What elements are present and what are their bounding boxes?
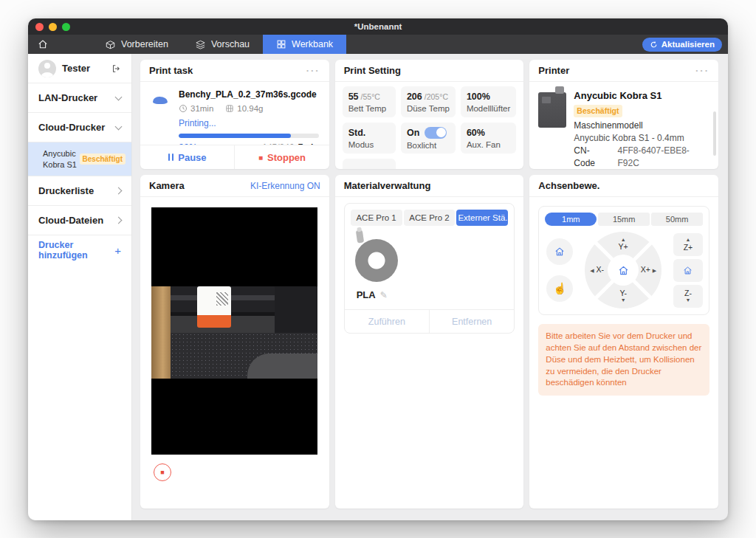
arrow-down-icon: ▼ [686,297,691,303]
axis-card: 1mm 15mm 50mm ☝ [538,206,709,315]
arrow-up-icon: ▲ [686,237,691,243]
tab-home[interactable] [28,35,58,54]
record-stop-button[interactable]: ■ [154,463,171,481]
setting-model-fan[interactable]: 100% Modelllüfter [461,86,516,117]
material-panel: Materialverwaltung ACE Pro 1 ACE Pro 2 E… [335,175,524,508]
y-plus-button[interactable]: ▲Y+ [619,237,628,251]
x-plus-button[interactable]: X+ ▶ [641,266,656,275]
filament-spool-icon[interactable] [355,239,398,282]
scrollbar[interactable] [713,111,716,156]
setting-speed[interactable]: Geschw. [343,159,396,169]
feed-button[interactable]: Zuführen [345,310,430,333]
print-status: Printing... [179,118,319,128]
step-50mm[interactable]: 50mm [651,213,703,226]
time-remaining: 7min [298,142,319,145]
setting-box-light[interactable]: On Boxlicht [401,123,456,154]
tab-vorschau[interactable]: Vorschau [182,35,263,54]
stop-button[interactable]: ■ Stoppen [235,145,329,169]
setting-aux-fan[interactable]: 60% Aux. Fan [461,123,516,154]
more-menu-icon[interactable]: ··· [695,65,709,76]
layer-progress: 145/240 [262,142,294,145]
home-icon [682,265,693,276]
filament-weight-icon [225,104,234,113]
setting-nozzle-temp[interactable]: 206/205°C Düse Temp [401,86,456,117]
plus-icon: + [114,244,121,257]
home-all-button[interactable] [546,238,573,265]
xy-dpad: ▲Y+ ◀ X- X+ ▶ Y-▼ [585,232,662,308]
main-tabbar: Vorbereiten Vorschau Werkbank Aktualisie… [28,35,728,54]
logout-icon[interactable] [111,63,121,74]
tab-ace-pro-2[interactable]: ACE Pro 2 [404,210,456,226]
axis-panel: Achsenbewe. 1mm 15mm 50mm [529,175,718,508]
tab-ace-pro-1[interactable]: ACE Pro 1 [351,210,402,226]
panel-title: Printer [538,65,569,76]
workbench-grid: Print task ··· Benchy_PLA_0.2_37m36s.gco… [132,54,728,520]
tab-label: Vorschau [211,39,250,49]
printer-name: Anycubic Kobra S1 [574,89,709,103]
progress-percent: 80% [179,142,197,145]
setting-bed-temp[interactable]: 55/55°C Bett Temp [343,86,396,117]
boxlight-toggle[interactable] [425,127,447,139]
sidebar-item-lan-drucker[interactable]: LAN-Drucker [28,83,131,113]
chevron-down-icon [115,93,123,100]
home-z-button[interactable] [673,259,703,282]
material-weight: 10.94g [237,104,263,113]
more-menu-icon[interactable]: ··· [306,65,320,76]
tab-label: Werkbank [292,39,333,49]
pause-button[interactable]: Pause [140,145,235,169]
printer-image [538,92,566,128]
step-15mm[interactable]: 15mm [598,213,650,226]
tab-external-spool[interactable]: Externer Stä... [456,210,508,226]
collision-warning: Bitte arbeiten Sie vor dem Drucker und a… [538,324,709,396]
print-task-panel: Print task ··· Benchy_PLA_0.2_37m36s.gco… [140,60,329,169]
camera-panel: Kamera KI-Erkennung ON [140,175,329,508]
home-xy-button[interactable] [608,255,639,286]
filament-type: PLA [357,289,376,300]
window-title: *Unbenannt [28,22,728,31]
sidebar-selected-printer[interactable]: Anycubic Kobra S1 Beschäftigt [28,142,131,176]
panel-title: Kamera [149,180,185,191]
tab-label: Vorbereiten [121,39,168,49]
print-progress-fill [179,134,291,138]
tab-vorbereiten[interactable]: Vorbereiten [92,35,182,54]
chevron-right-icon [115,187,123,195]
x-minus-button[interactable]: ◀ X- [590,266,604,275]
sidebar-item-cloud-dateien[interactable]: Cloud-Dateien [28,206,131,235]
step-1mm[interactable]: 1mm [545,213,597,226]
z-minus-button[interactable]: Z-▼ [673,285,703,308]
titlebar: *Unbenannt [28,18,728,35]
arrow-left-icon: ◀ [590,268,594,273]
printer-panel: Printer ··· Anycubic Kobra S1 Beschäftig… [529,60,718,169]
edit-icon[interactable]: ✎ [380,290,388,300]
z-plus-button[interactable]: ▲Z+ [673,233,703,256]
sidebar-item-cloud-drucker[interactable]: Cloud-Drucker [28,113,131,142]
layers-icon [195,39,206,50]
add-printer-button[interactable]: Drucker hinzufügen + [28,235,131,265]
extrude-jog-button[interactable]: ☝ [546,275,573,302]
user-row[interactable]: Tester [28,54,131,83]
progress-bar [179,134,319,138]
print-setting-panel: Print Setting 55/55°C Bett Temp 206/205°… [335,60,524,169]
clock-icon [179,104,188,113]
home-icon [554,246,566,258]
retract-button[interactable]: Entfernen [430,310,514,333]
stop-icon: ■ [258,154,263,162]
chevron-down-icon [115,123,123,130]
box-icon [105,39,116,50]
y-minus-button[interactable]: Y-▼ [619,289,627,303]
setting-speed-mode[interactable]: Std. Modus [343,123,396,154]
printer-status-badge: Beschäftigt [574,105,622,117]
arrow-right-icon: ▶ [653,268,656,273]
refresh-label: Aktualisieren [662,40,715,49]
printer-name: Anycubic Kobra S1 [43,148,80,170]
ai-detection-toggle[interactable]: KI-Erkennung ON [250,181,320,191]
refresh-button[interactable]: Aktualisieren [642,38,722,52]
panel-title: Achsenbewe. [538,180,599,191]
camera-video-feed [151,207,317,455]
grid-icon [276,39,286,49]
status-badge: Beschäftigt [80,154,126,165]
sidebar-item-druckerliste[interactable]: Druckerliste [28,176,131,206]
machine-model-label: Maschinenmodell [574,120,709,132]
panel-title: Print task [149,65,193,76]
tab-werkbank[interactable]: Werkbank [263,35,346,54]
